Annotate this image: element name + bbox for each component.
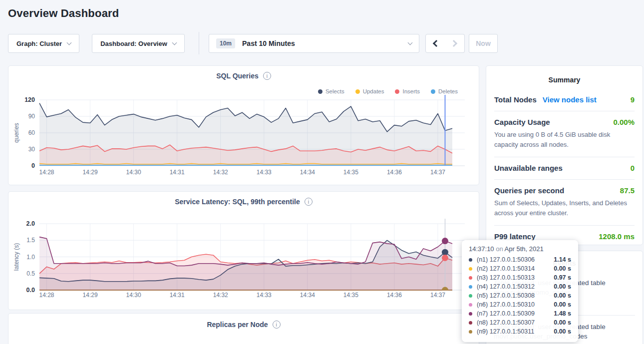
node-color-dot: [469, 285, 472, 289]
svg-text:14:29: 14:29: [83, 292, 98, 299]
summary-item: Capacity Usage0.00%You are using 0 B of …: [494, 111, 635, 157]
tooltip-row: (n7) 127.0.0.1:503091.48 s: [469, 309, 571, 318]
svg-text:14:37: 14:37: [430, 169, 445, 176]
svg-text:14:36: 14:36: [387, 169, 402, 176]
tooltip-row: (n3) 127.0.0.1:503130.97 s: [469, 273, 571, 282]
time-prev-button[interactable]: [425, 34, 445, 53]
tooltip-row: (n8) 127.0.0.1:503070.00 s: [469, 318, 571, 327]
tooltip-row: (n5) 127.0.0.1:503080.00 s: [469, 291, 571, 300]
tooltip-row: (n1) 127.0.0.1:503061.14 s: [469, 255, 571, 264]
tooltip-row: (n6) 127.0.0.1:503100.00 s: [469, 300, 571, 309]
summary-item-value: 9: [631, 95, 635, 104]
svg-text:90: 90: [28, 113, 35, 120]
tooltip-node-address: (n3) 127.0.0.1:50313: [477, 274, 535, 281]
summary-item-description: Sum of Selects, Updates, Inserts, and De…: [494, 198, 635, 218]
graph-dropdown-label: Graph: Cluster: [16, 40, 62, 47]
summary-item-row: Queries per second87.5: [494, 186, 635, 195]
replicas-per-node-chart-title: Replicas per Node: [207, 321, 268, 329]
time-range-label: Past 10 Minutes: [242, 39, 295, 47]
svg-text:14:28: 14:28: [39, 169, 54, 176]
svg-text:14:33: 14:33: [257, 169, 272, 176]
dashboard-dropdown-label: Dashboard: Overview: [100, 40, 167, 47]
page-title: Overview Dashboard: [8, 7, 119, 20]
graph-dropdown[interactable]: Graph: Cluster: [8, 34, 79, 53]
replicas-per-node-panel: Replicas per Node i: [8, 313, 479, 344]
svg-text:14:37: 14:37: [430, 292, 445, 299]
svg-text:60: 60: [28, 129, 35, 136]
summary-list: Total NodesView nodes list9Capacity Usag…: [486, 84, 643, 248]
chevron-down-icon: [172, 40, 177, 45]
svg-text:2.0: 2.0: [26, 220, 35, 227]
tooltip-timestamp: 14:37:10 on Apr 5th, 2021: [469, 245, 571, 253]
info-icon[interactable]: i: [273, 321, 281, 329]
node-color-dot: [469, 312, 472, 316]
chevron-left-icon: [433, 40, 440, 47]
time-range-select[interactable]: 10m Past 10 Minutes: [209, 34, 419, 53]
service-latency-panel: Service Latency: SQL, 99th percentile i …: [8, 191, 479, 310]
node-color-dot: [469, 330, 472, 334]
summary-item-row: P99 latency1208.0 ms: [494, 232, 635, 241]
summary-title: Summary: [486, 66, 643, 84]
tooltip-row: (n2) 127.0.0.1:503140.00 s: [469, 264, 571, 273]
summary-item-value: 1208.0 ms: [599, 232, 635, 241]
svg-text:14:35: 14:35: [343, 169, 358, 176]
svg-text:14:34: 14:34: [300, 292, 315, 299]
time-range-badge: 10m: [216, 38, 235, 48]
summary-item-label: P99 latency: [494, 232, 536, 241]
summary-panel: Summary Total NodesView nodes list9Capac…: [486, 65, 643, 245]
node-color-dot: [469, 267, 472, 271]
dashboard-dropdown[interactable]: Dashboard: Overview: [92, 34, 185, 53]
tooltip-node-value: 0.97 s: [554, 274, 571, 281]
tooltip-node-address: (n1) 127.0.0.1:50306: [477, 256, 535, 263]
svg-text:30: 30: [28, 146, 35, 153]
tooltip-node-value: 0.00 s: [554, 301, 571, 308]
chevron-down-icon: [408, 40, 413, 45]
node-color-dot: [469, 276, 472, 280]
service-latency-chart[interactable]: 14:2814:2914:3014:3114:3214:3314:3414:35…: [8, 192, 480, 311]
tooltip-node-value: 0.00 s: [554, 265, 571, 272]
svg-text:queries: queries: [13, 123, 20, 142]
tooltip-node-address: (n8) 127.0.0.1:50307: [477, 319, 535, 326]
chart-hover-tooltip: 14:37:10 on Apr 5th, 2021 (n1) 127.0.0.1…: [462, 240, 578, 342]
tooltip-node-value: 0.00 s: [554, 283, 571, 290]
node-color-dot: [469, 294, 472, 298]
svg-text:0.0: 0.0: [26, 287, 35, 294]
svg-text:14:28: 14:28: [39, 292, 54, 299]
svg-text:14:31: 14:31: [170, 169, 185, 176]
time-next-button: [445, 34, 465, 53]
now-button: Now: [469, 34, 498, 53]
svg-text:14:30: 14:30: [126, 169, 141, 176]
summary-item-label: Unavailable ranges: [494, 164, 563, 172]
summary-item-value: 0.00%: [613, 118, 635, 126]
summary-item-value: 87.5: [620, 186, 635, 195]
svg-text:1.5: 1.5: [26, 237, 35, 244]
tooltip-node-value: 0.00 s: [554, 292, 571, 299]
svg-text:14:30: 14:30: [126, 292, 141, 299]
tooltip-row: (n4) 127.0.0.1:503120.00 s: [469, 282, 571, 291]
svg-text:14:36: 14:36: [387, 292, 402, 299]
svg-text:14:34: 14:34: [300, 169, 315, 176]
summary-item: Unavailable ranges0: [494, 157, 635, 179]
tooltip-node-address: (n9) 127.0.0.1:50311: [477, 328, 534, 335]
tooltip-node-address: (n7) 127.0.0.1:50309: [477, 310, 535, 317]
summary-item-row: Total NodesView nodes list9: [494, 95, 635, 104]
svg-text:14:33: 14:33: [257, 292, 272, 299]
tooltip-node-address: (n2) 127.0.0.1:50314: [477, 265, 535, 272]
tooltip-node-value: 1.48 s: [554, 310, 571, 317]
summary-item-label: Capacity Usage: [494, 118, 550, 126]
tooltip-node-address: (n6) 127.0.0.1:50310: [477, 301, 535, 308]
tooltip-node-value: 0.00 s: [554, 328, 571, 335]
sql-queries-chart[interactable]: 14:2814:2914:3014:3114:3214:3314:3414:35…: [8, 66, 480, 186]
svg-text:14:29: 14:29: [83, 169, 98, 176]
svg-text:1.0: 1.0: [26, 254, 35, 261]
sql-queries-panel: SQL Queries i SelectsUpdatesInsertsDelet…: [8, 65, 479, 185]
svg-text:120: 120: [24, 96, 35, 103]
node-color-dot: [469, 258, 472, 262]
node-color-dot: [469, 303, 472, 307]
controls-divider: [199, 32, 199, 54]
svg-text:14:35: 14:35: [343, 292, 358, 299]
chevron-right-icon: [450, 40, 457, 47]
summary-item: Total NodesView nodes list9: [494, 89, 635, 111]
svg-text:0.5: 0.5: [26, 270, 35, 277]
view-nodes-list-link[interactable]: View nodes list: [543, 95, 597, 104]
